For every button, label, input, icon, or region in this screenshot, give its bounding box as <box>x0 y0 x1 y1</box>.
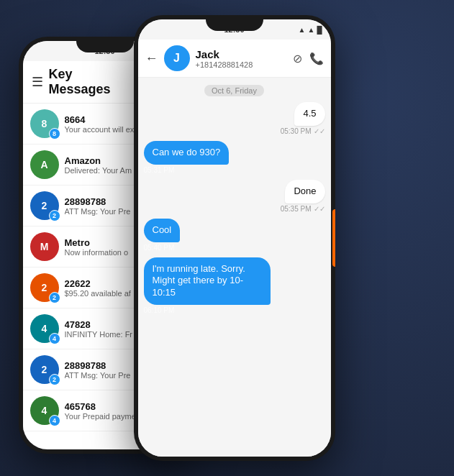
time-text: 05:35 PM <box>281 205 312 213</box>
bubble-outgoing-2: Cool <box>144 219 181 242</box>
bubble-text: I'm running late. Sorry. Might get there… <box>153 263 245 298</box>
bubble-incoming: 4.5 <box>294 102 324 126</box>
bubble-time: 05:30 PM ✓✓ <box>281 127 325 135</box>
bubble-incoming-2: Done <box>285 180 324 203</box>
page-title: Key Messages <box>49 67 134 97</box>
signal-icon-front: ▲ <box>308 26 315 34</box>
bubble-row-incoming: 4.5 05:30 PM ✓✓ <box>144 102 325 135</box>
contact-name: Jack <box>196 48 287 60</box>
bubble-row-incoming-2: Done 05:35 PM ✓✓ <box>144 180 325 213</box>
wifi-icon-front: ▲ <box>299 26 306 34</box>
notch-front <box>206 19 263 31</box>
checkmarks-2: ✓✓ <box>314 205 325 213</box>
time-text: 05:30 PM <box>281 127 312 135</box>
avatar: 2 2 <box>30 355 59 384</box>
chat-body: Oct 6, Friday 4.5 05:30 PM ✓✓ Can we do … <box>138 78 331 457</box>
chat-actions: ⊘ 📞 <box>293 52 324 65</box>
bubble-row-outgoing-3: I'm running late. Sorry. Might get there… <box>144 257 325 315</box>
contact-avatar: J <box>164 45 190 71</box>
avatar: 2 2 <box>30 191 59 220</box>
unread-badge: 2 <box>49 210 60 221</box>
unread-badge: 2 <box>49 374 60 385</box>
status-icons-front: ▲ ▲ █ <box>299 26 322 34</box>
unread-badge: 8 <box>49 128 60 139</box>
notch <box>76 41 134 52</box>
menu-icon[interactable]: ☰ <box>32 74 43 90</box>
bubble-text: Can we do 930? <box>153 147 221 157</box>
block-icon[interactable]: ⊘ <box>293 52 302 65</box>
side-accent <box>332 209 335 267</box>
bubble-time-2: 05:35 PM ✓✓ <box>281 205 325 213</box>
bubble-text: Cool <box>153 224 172 235</box>
front-phone: 12:30 ▲ ▲ █ ← J Jack +181428881428 ⊘ 📞 <box>134 15 335 461</box>
time-text: 05:40 PM <box>144 244 175 252</box>
avatar: 4 4 <box>30 396 59 425</box>
bubble-time: 05:31 PM <box>144 166 175 174</box>
bubble-text: Done <box>294 186 316 196</box>
date-divider: Oct 6, Friday <box>204 85 264 96</box>
bubble-row-outgoing: Can we do 930? 05:31 PM <box>144 141 325 174</box>
chat-header: ← J Jack +181428881428 ⊘ 📞 <box>138 40 331 78</box>
contact-number: +181428881428 <box>196 60 287 69</box>
bubble-time-3: 05:40 PM <box>144 244 175 252</box>
avatar: 2 2 <box>30 273 59 302</box>
scene: 12:30 ▲ ▲ █ ☰ Key Messages 🔍 📋 <box>19 15 436 461</box>
avatar: M <box>30 232 59 261</box>
unread-badge: 2 <box>49 292 60 303</box>
bubble-row-outgoing-2: Cool 05:40 PM <box>144 219 325 252</box>
bubble-outgoing: Can we do 930? <box>144 141 230 165</box>
chat-info: Jack +181428881428 <box>196 48 287 69</box>
call-icon[interactable]: 📞 <box>309 52 324 65</box>
time-text: 05:31 PM <box>144 166 175 174</box>
avatar: 4 4 <box>30 314 59 343</box>
battery-icon-front: █ <box>317 26 322 34</box>
avatar: 8 8 <box>30 109 59 138</box>
avatar: A <box>30 150 59 179</box>
bubble-outgoing-3: I'm running late. Sorry. Might get there… <box>144 257 271 306</box>
time-text: 06:10 PM <box>144 306 175 314</box>
checkmarks: ✓✓ <box>314 127 325 135</box>
bubble-text: 4.5 <box>303 108 316 119</box>
unread-badge: 4 <box>49 415 60 426</box>
unread-badge: 4 <box>49 333 60 344</box>
back-button[interactable]: ← <box>145 51 158 66</box>
bubble-time-4: 06:10 PM <box>144 306 175 314</box>
